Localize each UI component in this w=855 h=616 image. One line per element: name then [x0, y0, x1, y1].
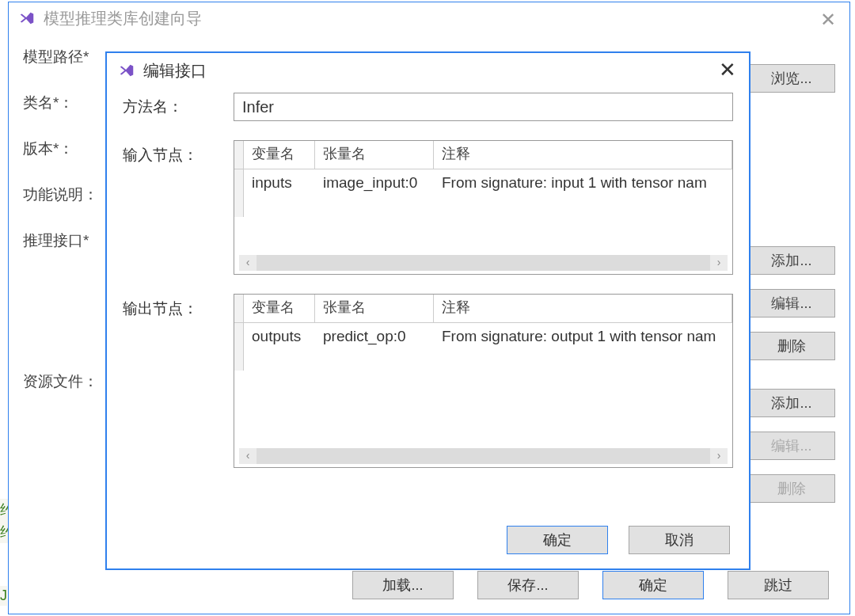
cell-var[interactable]: outputs	[244, 323, 315, 353]
dialog-ok-button[interactable]: 确定	[507, 526, 608, 554]
dialog-buttons: 确定 取消	[507, 526, 730, 554]
add-resource-button[interactable]: 添加...	[748, 389, 835, 417]
wizard-title: 模型推理类库创建向导	[44, 8, 202, 29]
cell-comment[interactable]: From signature: input 1 with tensor nam	[434, 169, 732, 200]
col-comment[interactable]: 注释	[434, 141, 732, 169]
close-icon[interactable]: ✕	[815, 9, 842, 31]
edit-resource-button[interactable]: 编辑...	[748, 432, 835, 460]
scroll-track[interactable]	[256, 448, 710, 464]
row-selector-header	[234, 295, 244, 323]
vs-icon	[18, 10, 36, 27]
table-row-empty[interactable]	[234, 200, 732, 230]
dialog-body: 方法名： 输入节点： 变量名 张量名 注释 inputs image_input…	[107, 88, 749, 468]
vs-icon	[118, 62, 135, 79]
scroll-right-icon[interactable]: ›	[710, 448, 728, 464]
skip-button[interactable]: 跳过	[728, 571, 829, 599]
label-resource-file: 资源文件：	[23, 371, 116, 392]
dialog-title: 编辑接口	[143, 60, 207, 82]
scroll-left-icon[interactable]: ‹	[239, 255, 256, 271]
col-var-name[interactable]: 变量名	[244, 295, 315, 323]
output-nodes-grid[interactable]: 变量名 张量名 注释 outputs predict_op:0 From sig…	[234, 294, 733, 468]
table-row[interactable]: outputs predict_op:0 From signature: out…	[234, 323, 732, 353]
col-tensor-name[interactable]: 张量名	[315, 295, 434, 323]
load-button[interactable]: 加载...	[352, 571, 454, 599]
wizard-bottom-buttons: 加载... 保存... 确定 跳过	[9, 571, 849, 599]
horizontal-scrollbar[interactable]: ‹ ›	[239, 448, 728, 464]
scroll-left-icon[interactable]: ‹	[239, 448, 256, 464]
row-method-name: 方法名：	[123, 93, 733, 121]
input-nodes-grid[interactable]: 变量名 张量名 注释 inputs image_input:0 From sig…	[234, 140, 733, 275]
label-description: 功能说明：	[23, 184, 116, 205]
cell-tensor[interactable]: image_input:0	[315, 169, 434, 200]
label-class-name: 类名*：	[23, 93, 116, 113]
close-icon[interactable]: ✕	[716, 58, 739, 82]
row-input-nodes: 输入节点： 变量名 张量名 注释 inputs image_input:0 Fr…	[123, 140, 733, 275]
label-input-nodes: 输入节点：	[123, 140, 234, 165]
dialog-titlebar: 编辑接口 ✕	[107, 53, 749, 88]
edit-interface-dialog: 编辑接口 ✕ 方法名： 输入节点： 变量名 张量名 注释 inputs imag…	[105, 51, 750, 570]
scroll-track[interactable]	[256, 255, 710, 271]
row-selector[interactable]	[234, 323, 244, 353]
label-output-nodes: 输出节点：	[123, 294, 234, 319]
row-selector[interactable]	[234, 200, 244, 217]
save-button[interactable]: 保存...	[477, 571, 579, 599]
cell-tensor[interactable]: predict_op:0	[315, 323, 434, 353]
method-name-input[interactable]	[234, 93, 733, 121]
cell-comment[interactable]: From signature: output 1 with tensor nam	[434, 323, 732, 353]
row-selector-header	[234, 141, 244, 169]
ok-button[interactable]: 确定	[602, 571, 704, 599]
col-var-name[interactable]: 变量名	[244, 141, 315, 169]
col-tensor-name[interactable]: 张量名	[315, 141, 434, 169]
label-version: 版本*：	[23, 139, 116, 159]
cell-var[interactable]: inputs	[244, 169, 315, 200]
grid-header: 变量名 张量名 注释	[234, 295, 732, 323]
col-comment[interactable]: 注释	[434, 295, 732, 323]
grid-header: 变量名 张量名 注释	[234, 141, 732, 169]
delete-resource-button[interactable]: 删除	[748, 474, 835, 503]
horizontal-scrollbar[interactable]: ‹ ›	[239, 255, 728, 271]
label-infer-interface: 推理接口*	[23, 230, 116, 251]
label-method-name: 方法名：	[123, 97, 234, 117]
row-selector[interactable]	[234, 169, 244, 200]
background-fragment: J	[0, 586, 7, 606]
edit-interface-button[interactable]: 编辑...	[748, 289, 835, 318]
table-row-empty[interactable]	[234, 353, 732, 383]
table-row[interactable]: inputs image_input:0 From signature: inp…	[234, 169, 732, 200]
scroll-right-icon[interactable]: ›	[710, 255, 728, 271]
wizard-titlebar: 模型推理类库创建向导 ✕	[9, 2, 849, 34]
dialog-cancel-button[interactable]: 取消	[629, 526, 730, 554]
row-output-nodes: 输出节点： 变量名 张量名 注释 outputs predict_op:0 Fr…	[123, 294, 733, 468]
add-interface-button[interactable]: 添加...	[748, 246, 835, 275]
delete-interface-button[interactable]: 删除	[748, 332, 835, 360]
browse-button[interactable]: 浏览...	[748, 64, 835, 93]
row-selector[interactable]	[234, 353, 244, 371]
label-model-path: 模型路径*	[23, 47, 116, 67]
